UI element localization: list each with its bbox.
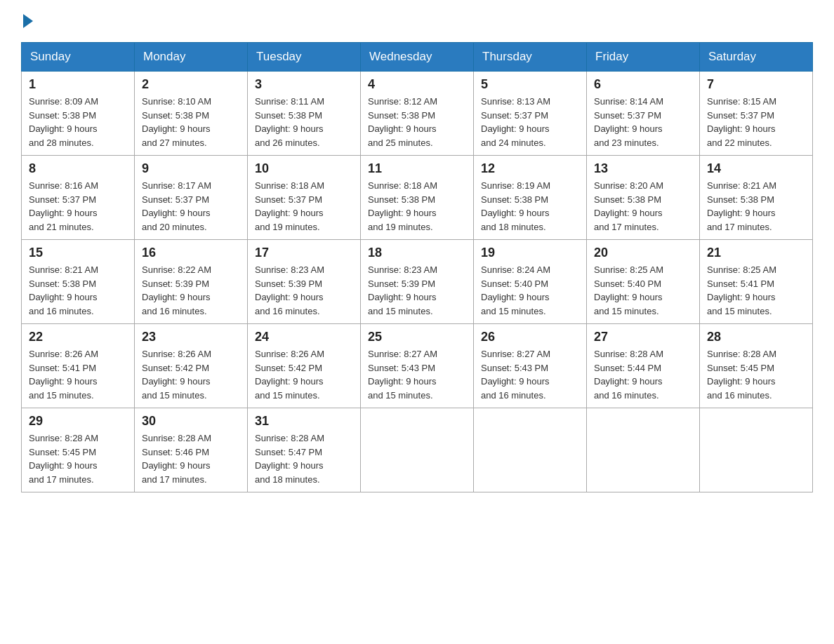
day-number: 7 bbox=[707, 77, 805, 92]
day-number: 1 bbox=[29, 77, 127, 92]
calendar-cell: 22 Sunrise: 8:26 AMSunset: 5:41 PMDaylig… bbox=[22, 324, 135, 408]
day-info: Sunrise: 8:23 AMSunset: 5:39 PMDaylight:… bbox=[255, 264, 324, 316]
calendar-cell: 28 Sunrise: 8:28 AMSunset: 5:45 PMDaylig… bbox=[700, 324, 813, 408]
calendar-cell: 25 Sunrise: 8:27 AMSunset: 5:43 PMDaylig… bbox=[361, 324, 474, 408]
day-number: 19 bbox=[481, 246, 579, 260]
day-number: 16 bbox=[142, 246, 240, 260]
calendar-cell: 10 Sunrise: 8:18 AMSunset: 5:37 PMDaylig… bbox=[248, 156, 361, 240]
calendar-week-1: 1 Sunrise: 8:09 AMSunset: 5:38 PMDayligh… bbox=[22, 72, 813, 156]
day-number: 9 bbox=[142, 161, 240, 176]
weekday-header-saturday: Saturday bbox=[700, 43, 813, 72]
calendar-cell: 29 Sunrise: 8:28 AMSunset: 5:45 PMDaylig… bbox=[22, 408, 135, 492]
day-info: Sunrise: 8:12 AMSunset: 5:38 PMDaylight:… bbox=[368, 96, 437, 148]
calendar-cell: 5 Sunrise: 8:13 AMSunset: 5:37 PMDayligh… bbox=[474, 72, 587, 156]
calendar-cell: 18 Sunrise: 8:23 AMSunset: 5:39 PMDaylig… bbox=[361, 240, 474, 324]
day-number: 2 bbox=[142, 77, 240, 92]
calendar-cell: 3 Sunrise: 8:11 AMSunset: 5:38 PMDayligh… bbox=[248, 72, 361, 156]
calendar-cell: 19 Sunrise: 8:24 AMSunset: 5:40 PMDaylig… bbox=[474, 240, 587, 324]
day-info: Sunrise: 8:23 AMSunset: 5:39 PMDaylight:… bbox=[368, 264, 437, 316]
logo bbox=[21, 14, 35, 28]
calendar-cell bbox=[587, 408, 700, 492]
day-number: 12 bbox=[481, 161, 579, 176]
weekday-header-thursday: Thursday bbox=[474, 43, 587, 72]
calendar-cell: 30 Sunrise: 8:28 AMSunset: 5:46 PMDaylig… bbox=[135, 408, 248, 492]
day-number: 13 bbox=[594, 161, 692, 176]
day-info: Sunrise: 8:28 AMSunset: 5:45 PMDaylight:… bbox=[29, 433, 98, 485]
day-info: Sunrise: 8:10 AMSunset: 5:38 PMDaylight:… bbox=[142, 96, 211, 148]
day-info: Sunrise: 8:17 AMSunset: 5:37 PMDaylight:… bbox=[142, 180, 211, 232]
day-info: Sunrise: 8:14 AMSunset: 5:37 PMDaylight:… bbox=[594, 96, 663, 148]
calendar-cell: 27 Sunrise: 8:28 AMSunset: 5:44 PMDaylig… bbox=[587, 324, 700, 408]
day-info: Sunrise: 8:25 AMSunset: 5:40 PMDaylight:… bbox=[594, 264, 663, 316]
day-info: Sunrise: 8:26 AMSunset: 5:41 PMDaylight:… bbox=[29, 349, 98, 401]
day-info: Sunrise: 8:28 AMSunset: 5:44 PMDaylight:… bbox=[594, 349, 663, 401]
page-header bbox=[21, 14, 813, 28]
calendar-cell: 4 Sunrise: 8:12 AMSunset: 5:38 PMDayligh… bbox=[361, 72, 474, 156]
day-number: 26 bbox=[481, 330, 579, 344]
day-info: Sunrise: 8:28 AMSunset: 5:45 PMDaylight:… bbox=[707, 349, 776, 401]
day-number: 3 bbox=[255, 77, 353, 92]
day-number: 18 bbox=[368, 246, 466, 260]
day-info: Sunrise: 8:16 AMSunset: 5:37 PMDaylight:… bbox=[29, 180, 98, 232]
day-info: Sunrise: 8:18 AMSunset: 5:37 PMDaylight:… bbox=[255, 180, 324, 232]
calendar-cell bbox=[700, 408, 813, 492]
calendar-cell: 15 Sunrise: 8:21 AMSunset: 5:38 PMDaylig… bbox=[22, 240, 135, 324]
day-number: 4 bbox=[368, 77, 466, 92]
day-number: 14 bbox=[707, 161, 805, 176]
calendar-cell: 23 Sunrise: 8:26 AMSunset: 5:42 PMDaylig… bbox=[135, 324, 248, 408]
day-number: 6 bbox=[594, 77, 692, 92]
day-number: 21 bbox=[707, 246, 805, 260]
weekday-header-friday: Friday bbox=[587, 43, 700, 72]
calendar-week-4: 22 Sunrise: 8:26 AMSunset: 5:41 PMDaylig… bbox=[22, 324, 813, 408]
day-number: 10 bbox=[255, 161, 353, 176]
calendar-table: SundayMondayTuesdayWednesdayThursdayFrid… bbox=[21, 42, 813, 492]
day-info: Sunrise: 8:28 AMSunset: 5:47 PMDaylight:… bbox=[255, 433, 324, 485]
day-info: Sunrise: 8:21 AMSunset: 5:38 PMDaylight:… bbox=[707, 180, 776, 232]
day-info: Sunrise: 8:20 AMSunset: 5:38 PMDaylight:… bbox=[594, 180, 663, 232]
day-number: 11 bbox=[368, 161, 466, 176]
day-info: Sunrise: 8:27 AMSunset: 5:43 PMDaylight:… bbox=[481, 349, 550, 401]
day-info: Sunrise: 8:28 AMSunset: 5:46 PMDaylight:… bbox=[142, 433, 211, 485]
day-info: Sunrise: 8:27 AMSunset: 5:43 PMDaylight:… bbox=[368, 349, 437, 401]
calendar-cell: 6 Sunrise: 8:14 AMSunset: 5:37 PMDayligh… bbox=[587, 72, 700, 156]
day-number: 8 bbox=[29, 161, 127, 176]
calendar-cell: 8 Sunrise: 8:16 AMSunset: 5:37 PMDayligh… bbox=[22, 156, 135, 240]
calendar-week-3: 15 Sunrise: 8:21 AMSunset: 5:38 PMDaylig… bbox=[22, 240, 813, 324]
day-number: 31 bbox=[255, 414, 353, 429]
calendar-cell: 12 Sunrise: 8:19 AMSunset: 5:38 PMDaylig… bbox=[474, 156, 587, 240]
day-info: Sunrise: 8:13 AMSunset: 5:37 PMDaylight:… bbox=[481, 96, 550, 148]
calendar-cell: 9 Sunrise: 8:17 AMSunset: 5:37 PMDayligh… bbox=[135, 156, 248, 240]
day-number: 15 bbox=[29, 246, 127, 260]
weekday-header-monday: Monday bbox=[135, 43, 248, 72]
day-info: Sunrise: 8:25 AMSunset: 5:41 PMDaylight:… bbox=[707, 264, 776, 316]
calendar-header-row: SundayMondayTuesdayWednesdayThursdayFrid… bbox=[22, 43, 813, 72]
day-info: Sunrise: 8:24 AMSunset: 5:40 PMDaylight:… bbox=[481, 264, 550, 316]
calendar-cell: 17 Sunrise: 8:23 AMSunset: 5:39 PMDaylig… bbox=[248, 240, 361, 324]
day-info: Sunrise: 8:21 AMSunset: 5:38 PMDaylight:… bbox=[29, 264, 98, 316]
calendar-cell: 13 Sunrise: 8:20 AMSunset: 5:38 PMDaylig… bbox=[587, 156, 700, 240]
calendar-cell: 16 Sunrise: 8:22 AMSunset: 5:39 PMDaylig… bbox=[135, 240, 248, 324]
calendar-cell: 11 Sunrise: 8:18 AMSunset: 5:38 PMDaylig… bbox=[361, 156, 474, 240]
day-info: Sunrise: 8:26 AMSunset: 5:42 PMDaylight:… bbox=[142, 349, 211, 401]
calendar-cell: 7 Sunrise: 8:15 AMSunset: 5:37 PMDayligh… bbox=[700, 72, 813, 156]
day-number: 25 bbox=[368, 330, 466, 344]
logo-arrow-icon bbox=[23, 14, 33, 28]
day-info: Sunrise: 8:26 AMSunset: 5:42 PMDaylight:… bbox=[255, 349, 324, 401]
day-info: Sunrise: 8:11 AMSunset: 5:38 PMDaylight:… bbox=[255, 96, 324, 148]
day-info: Sunrise: 8:15 AMSunset: 5:37 PMDaylight:… bbox=[707, 96, 776, 148]
day-number: 27 bbox=[594, 330, 692, 344]
day-number: 22 bbox=[29, 330, 127, 344]
calendar-cell bbox=[474, 408, 587, 492]
day-number: 29 bbox=[29, 414, 127, 429]
day-info: Sunrise: 8:22 AMSunset: 5:39 PMDaylight:… bbox=[142, 264, 211, 316]
calendar-week-2: 8 Sunrise: 8:16 AMSunset: 5:37 PMDayligh… bbox=[22, 156, 813, 240]
calendar-cell bbox=[361, 408, 474, 492]
day-number: 23 bbox=[142, 330, 240, 344]
calendar-cell: 14 Sunrise: 8:21 AMSunset: 5:38 PMDaylig… bbox=[700, 156, 813, 240]
calendar-cell: 20 Sunrise: 8:25 AMSunset: 5:40 PMDaylig… bbox=[587, 240, 700, 324]
calendar-cell: 2 Sunrise: 8:10 AMSunset: 5:38 PMDayligh… bbox=[135, 72, 248, 156]
day-info: Sunrise: 8:19 AMSunset: 5:38 PMDaylight:… bbox=[481, 180, 550, 232]
day-number: 24 bbox=[255, 330, 353, 344]
calendar-cell: 1 Sunrise: 8:09 AMSunset: 5:38 PMDayligh… bbox=[22, 72, 135, 156]
day-number: 17 bbox=[255, 246, 353, 260]
